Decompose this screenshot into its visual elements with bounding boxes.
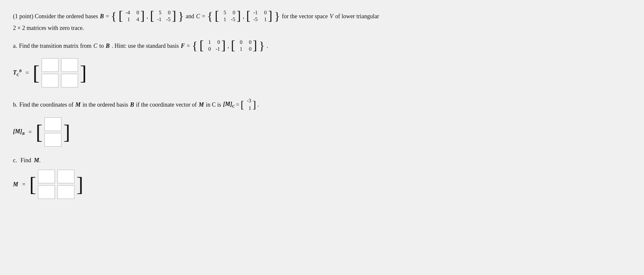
Ta-input-grid <box>40 56 79 90</box>
B-m2-r1c1: 5 <box>156 10 161 16</box>
bL4: [ <box>246 10 251 23</box>
bRF2: ] <box>253 39 257 52</box>
equals-2: = <box>202 13 205 20</box>
Mc-input-grid <box>37 167 76 202</box>
Mb-r2[interactable] <box>45 133 61 147</box>
B-matrix1: [ -4 0 1 4 ] <box>119 10 145 23</box>
F-m1-r2c2: -1 <box>214 46 220 52</box>
C-m2-r2c2: 1 <box>261 17 267 23</box>
coord-bR: ] <box>252 99 256 110</box>
B-matrix2: [ 5 0 -1 -5 ] <box>150 10 176 23</box>
bLF2: [ <box>231 39 235 52</box>
F-m2-r1c1: 0 <box>237 39 242 46</box>
B-m1-r2c1: 1 <box>124 17 130 23</box>
bR3: ] <box>237 10 241 23</box>
part-b-tag: b. <box>13 101 18 108</box>
B-m2-r2c1: -1 <box>156 17 161 23</box>
bLF1: [ <box>200 39 204 52</box>
part-c-M: M <box>34 157 39 164</box>
Mb-r1[interactable] <box>45 117 61 131</box>
bL1: [ <box>119 10 123 23</box>
V-label: V <box>330 13 333 20</box>
F-m2-r1c2: 0 <box>246 39 251 46</box>
Mc-r2c2[interactable] <box>58 185 74 199</box>
C-matrix2: [ -1 0 -5 1 ] <box>246 10 272 23</box>
T-label: TCB <box>13 69 22 77</box>
bRF1: ] <box>221 39 225 52</box>
Ta-r2c1[interactable] <box>42 74 58 87</box>
Mc-r2c1[interactable] <box>38 185 55 199</box>
second-line-text: 2 × 2 matrices with zero trace. <box>13 25 84 32</box>
set-B-close: } <box>178 10 184 22</box>
part-a-C: C <box>93 43 97 49</box>
coord-vector-wrap: [M]C = [ -3 1 ] . <box>223 98 259 111</box>
part-a-tag: a. <box>13 43 17 49</box>
B-label: B <box>100 13 104 20</box>
comma-F: , <box>227 43 229 49</box>
C-m2-r2c1: -5 <box>252 17 258 23</box>
part-b-answer-row: [M]B = [ ] <box>13 115 631 149</box>
comma-1: , <box>147 13 148 20</box>
part-a-section: a. Find the transition matrix from C to … <box>13 39 631 90</box>
F-m1-grid: 1 0 0 -1 <box>205 39 220 52</box>
Ta-r1c1[interactable] <box>42 58 58 72</box>
Mb-bracket-right: ] <box>63 115 70 149</box>
coord-eq: = <box>236 101 239 108</box>
and-text: and <box>186 13 194 20</box>
B-m1-r1c1: -4 <box>124 10 130 16</box>
period-b: . <box>257 101 259 108</box>
C-m1-r1c2: 0 <box>229 10 235 16</box>
F-m1-r2c1: 0 <box>205 46 211 52</box>
Ta-r1c2[interactable] <box>61 58 78 72</box>
B-m1-r2c2: 4 <box>133 17 139 23</box>
part-b-if: if the coordinate vector of <box>136 101 197 108</box>
part-a-to: to <box>99 43 104 49</box>
part-a-answer-row: TCB = [ ] <box>13 56 631 90</box>
F-m2-grid: 0 0 1 0 <box>237 39 251 52</box>
F-m1-r1c1: 1 <box>205 39 211 46</box>
Mc-bracket-left: [ <box>29 167 36 202</box>
Ta-bracket-right: ] <box>80 56 87 90</box>
part-a-text: Find the transition matrix from <box>19 43 92 49</box>
part-c-answer-row: M = [ ] <box>13 167 631 202</box>
Mc-r1c1[interactable] <box>38 170 55 183</box>
Ta-bracket-left: [ <box>33 56 40 90</box>
coord-bL: [ <box>240 99 244 110</box>
part-c-section: c. Find M. M = [ ] <box>13 157 631 202</box>
Mc-matrix-wrap: [ ] <box>29 167 83 202</box>
set-C-close: } <box>274 10 280 22</box>
problem-line-2: 2 × 2 matrices with zero trace. <box>13 25 631 32</box>
B-m2-r2c2: -5 <box>165 17 171 23</box>
Mb-matrix-wrap: [ ] <box>36 115 70 149</box>
B-m1-grid: -4 0 1 4 <box>124 10 139 23</box>
part-a-B: B <box>106 43 110 49</box>
part-b-B: B <box>130 101 134 108</box>
bL3: [ <box>215 10 219 23</box>
coord-matrix: [ -3 1 ] <box>240 98 256 111</box>
Mb-input-grid <box>43 115 63 149</box>
problem-section: (1 point) Consider the ordered bases B =… <box>13 10 631 32</box>
C-m1-r2c2: -5 <box>229 17 235 23</box>
bL2: [ <box>150 10 154 23</box>
part-a-equals: = <box>187 43 190 49</box>
C-m1-grid: 5 0 1 -5 <box>220 10 235 23</box>
Mc-r1c2[interactable] <box>58 170 74 183</box>
C-m1-r2c1: 1 <box>220 17 226 23</box>
part-b-line: b. Find the coordinates of M in the orde… <box>13 98 631 111</box>
coord-v2: 1 <box>245 105 251 111</box>
bR2: ] <box>172 10 176 23</box>
C-label: C <box>196 13 200 20</box>
part-a-label: a. Find the transition matrix from C to … <box>13 39 631 52</box>
Ta-r2c2[interactable] <box>61 74 78 87</box>
Mb-bracket-left: [ <box>36 115 43 149</box>
of-text: of lower triangular <box>335 13 379 20</box>
part-c-tag: c. <box>13 157 17 164</box>
part-a-F: F <box>181 43 185 49</box>
equals-Mb: = <box>29 129 32 136</box>
set-C-open: { <box>207 10 213 22</box>
part-c-text: Find <box>20 157 31 164</box>
set-B-open: { <box>111 10 117 22</box>
part-b-inC: in C is <box>206 101 221 108</box>
Mc-bracket-right: ] <box>76 167 83 202</box>
coord-grid: -3 1 <box>245 98 251 111</box>
